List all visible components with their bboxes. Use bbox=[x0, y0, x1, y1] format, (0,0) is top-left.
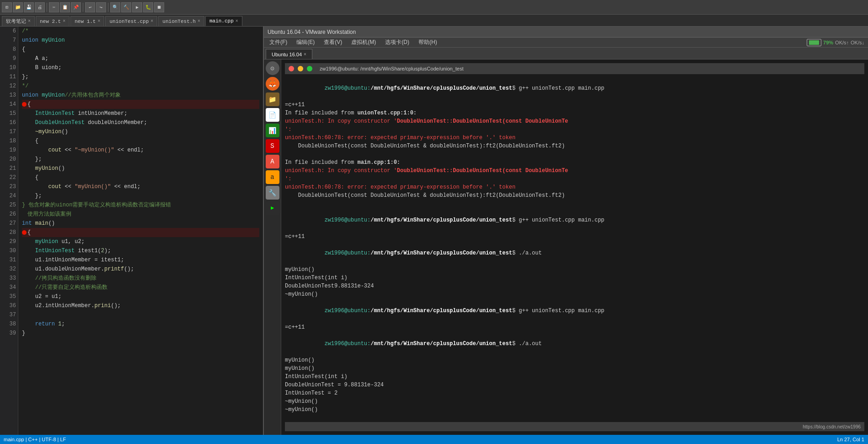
close-icon[interactable]: × bbox=[198, 19, 200, 24]
sidebar-icon-terminal[interactable]: ► bbox=[266, 201, 279, 215]
term-line-11: unionTest.h:60:78: error: expected prima… bbox=[285, 183, 864, 191]
code-line-13: union myUnion//共用体包含两个对象 bbox=[22, 91, 259, 100]
toolbar-btn-paste[interactable]: 📌 bbox=[71, 2, 81, 12]
close-icon[interactable]: × bbox=[304, 52, 306, 57]
toolbar-btn-print[interactable]: 🖨 bbox=[35, 2, 45, 12]
code-line-28: { bbox=[22, 228, 259, 237]
toolbar-btn-build[interactable]: 🔨 bbox=[121, 2, 131, 12]
term-line-3: In file included from unionTest.cpp:1:0: bbox=[285, 109, 864, 117]
code-line-38: return 1; bbox=[22, 319, 259, 329]
tab-notes[interactable]: 软考笔记 × bbox=[2, 16, 35, 26]
line-numbers: 6 7 8 9 10 11 12 13 14 15 16 17 18 19 20… bbox=[0, 27, 18, 435]
term-line-1: zw1996@ubuntu:/mnt/hgfs/WinShare/cpluspl… bbox=[285, 76, 864, 101]
close-icon[interactable]: × bbox=[28, 19, 31, 24]
menu-vm[interactable]: 虚拟机(M) bbox=[349, 38, 378, 46]
code-line-17: ~myUnion() bbox=[22, 127, 259, 136]
sidebar-icon-tools[interactable]: 🔧 bbox=[266, 186, 279, 200]
code-line-8: { bbox=[22, 45, 259, 54]
toolbar-btn-cut[interactable]: ✂ bbox=[49, 2, 59, 12]
terminal-title: zw1996@ubuntu: /mnt/hgfs/WinShare/cplusp… bbox=[320, 66, 463, 71]
menu-help[interactable]: 帮助(H) bbox=[417, 38, 439, 46]
tab-main-cpp[interactable]: main.cpp × bbox=[205, 16, 242, 26]
vmware-title: Ubuntu 16.04 - VMware Workstation bbox=[268, 29, 356, 35]
terminal-content: zw1996@ubuntu: /mnt/hgfs/WinShare/cplusp… bbox=[281, 60, 868, 435]
sidebar-icon-amazon[interactable]: a bbox=[266, 170, 279, 184]
toolbar-btn-redo[interactable]: ↪ bbox=[96, 2, 106, 12]
code-line-23: cout << "myUnion()" << endl; bbox=[22, 182, 259, 191]
term-line-21: =c++11 bbox=[285, 323, 864, 331]
sidebar-icon-presentation[interactable]: S bbox=[266, 139, 279, 153]
sidebar-icon-spreadsheet[interactable]: 📊 bbox=[266, 124, 279, 137]
menu-edit[interactable]: 编辑(E) bbox=[295, 38, 316, 46]
code-line-22: { bbox=[22, 173, 259, 182]
terminal-minimize-btn[interactable] bbox=[298, 66, 303, 71]
menu-view[interactable]: 查看(V) bbox=[322, 38, 344, 46]
code-editor: 6 7 8 9 10 11 12 13 14 15 16 17 18 19 20… bbox=[0, 27, 263, 435]
menu-file[interactable]: 文件(F) bbox=[268, 38, 289, 46]
close-icon[interactable]: × bbox=[236, 19, 238, 24]
toolbar-btn-search[interactable]: 🔍 bbox=[110, 2, 120, 12]
tab-uniontest-h[interactable]: unionTest.h × bbox=[158, 16, 204, 26]
code-line-25: } 包含对象的uinon需要手动定义构造析构函数否定编译报错 bbox=[22, 200, 259, 210]
term-line-4: unionTest.h: In copy constructor 'Double… bbox=[285, 117, 864, 125]
term-line-cursor: zw1996@ubuntu:/mnt/hgfs/WinShare/cpluspl… bbox=[285, 414, 864, 422]
code-line-9: A a; bbox=[22, 54, 259, 63]
battery-icon bbox=[807, 39, 821, 46]
status-right: Ln 27, Col 1 bbox=[837, 437, 864, 442]
battery-indicator: 79% OK/s↑ OK/s↓ bbox=[807, 39, 864, 46]
term-line-18: DoubleUnionTest9.88131e-324 bbox=[285, 282, 864, 290]
toolbar-btn-run[interactable]: ▶ bbox=[132, 2, 142, 12]
close-icon[interactable]: × bbox=[63, 19, 65, 24]
toolbar-btn-2[interactable]: 📁 bbox=[13, 2, 23, 12]
terminal-output[interactable]: zw1996@ubuntu:/mnt/hgfs/WinShare/cpluspl… bbox=[285, 76, 864, 422]
term-line-22: zw1996@ubuntu:/mnt/hgfs/WinShare/cpluspl… bbox=[285, 331, 864, 356]
code-content: 6 7 8 9 10 11 12 13 14 15 16 17 18 19 20… bbox=[0, 27, 263, 435]
code-line-20: }; bbox=[22, 155, 259, 164]
sidebar-icon-settings[interactable]: ⚙ bbox=[266, 61, 279, 75]
term-line-space2 bbox=[285, 200, 864, 208]
term-line-7: DoubleUnionTest(const DoubleUnionTest & … bbox=[285, 142, 864, 150]
term-line-19: ~myUnion() bbox=[285, 290, 864, 298]
toolbar-sep-1 bbox=[47, 3, 47, 12]
toolbar-btn-copy[interactable]: 📋 bbox=[60, 2, 70, 12]
toolbar-btn-debug[interactable]: 🐛 bbox=[143, 2, 153, 12]
term-line-23: myUnion() bbox=[285, 356, 864, 364]
code-line-24: }; bbox=[22, 191, 259, 200]
terminal-maximize-btn[interactable] bbox=[307, 66, 312, 71]
term-line-14: =c++11 bbox=[285, 233, 864, 241]
code-line-19: cout << "~myUnion()" << endl; bbox=[22, 146, 259, 155]
code-line-30: IntUnionTest itest1(2); bbox=[22, 246, 259, 255]
code-line-6: /* bbox=[22, 27, 259, 36]
sidebar-icon-files[interactable]: 📁 bbox=[266, 92, 279, 106]
toolbar-btn-stop[interactable]: ⏹ bbox=[154, 2, 164, 12]
code-line-34: //只需要自定义构造析构函数 bbox=[22, 283, 259, 292]
sidebar-icon-libreoffice[interactable]: 📄 bbox=[266, 108, 279, 122]
code-line-15: IntUnionTest intUnionMember; bbox=[22, 109, 259, 118]
tab-uniontest-cpp[interactable]: unionTest.cpp × bbox=[105, 16, 157, 26]
toolbar-btn-1[interactable]: ⊞ bbox=[2, 2, 12, 12]
terminal-close-btn[interactable] bbox=[289, 66, 294, 71]
term-line-space1 bbox=[285, 150, 864, 158]
terminal-topbar: zw1996@ubuntu: /mnt/hgfs/WinShare/cplusp… bbox=[285, 63, 864, 74]
close-icon[interactable]: × bbox=[97, 19, 100, 24]
close-icon[interactable]: × bbox=[150, 19, 153, 24]
code-line-33: //拷贝构造函数没有删除 bbox=[22, 274, 259, 283]
main-area: 6 7 8 9 10 11 12 13 14 15 16 17 18 19 20… bbox=[0, 27, 868, 435]
vmware-tab-ubuntu[interactable]: Ubuntu 16.04 × bbox=[266, 49, 312, 59]
code-line-37 bbox=[22, 310, 259, 319]
vmware-titlebar: Ubuntu 16.04 - VMware Workstation bbox=[264, 27, 868, 38]
term-line-27: IntUnionTest = 2 bbox=[285, 389, 864, 397]
code-line-12: */ bbox=[22, 81, 259, 91]
toolbar: ⊞ 📁 💾 🖨 ✂ 📋 📌 ↩ ↪ 🔍 🔨 ▶ 🐛 ⏹ bbox=[0, 0, 868, 15]
code-line-10: B uionb; bbox=[22, 63, 259, 72]
sidebar-icon-firefox[interactable]: 🦊 bbox=[266, 77, 279, 91]
toolbar-sep-3 bbox=[108, 3, 108, 12]
tab-new2[interactable]: new 2.t × bbox=[36, 16, 70, 26]
tab-new1[interactable]: new 1.t × bbox=[70, 16, 104, 26]
menu-tabs[interactable]: 选项卡(D) bbox=[383, 38, 411, 46]
term-line-8: In file included from main.cpp:1:0: bbox=[285, 158, 864, 167]
toolbar-btn-3[interactable]: 💾 bbox=[24, 2, 34, 12]
toolbar-btn-undo[interactable]: ↩ bbox=[85, 2, 95, 12]
code-line-16: DoubleUnionTest doubleUnionMember; bbox=[22, 118, 259, 127]
sidebar-icon-software[interactable]: A bbox=[266, 155, 279, 168]
